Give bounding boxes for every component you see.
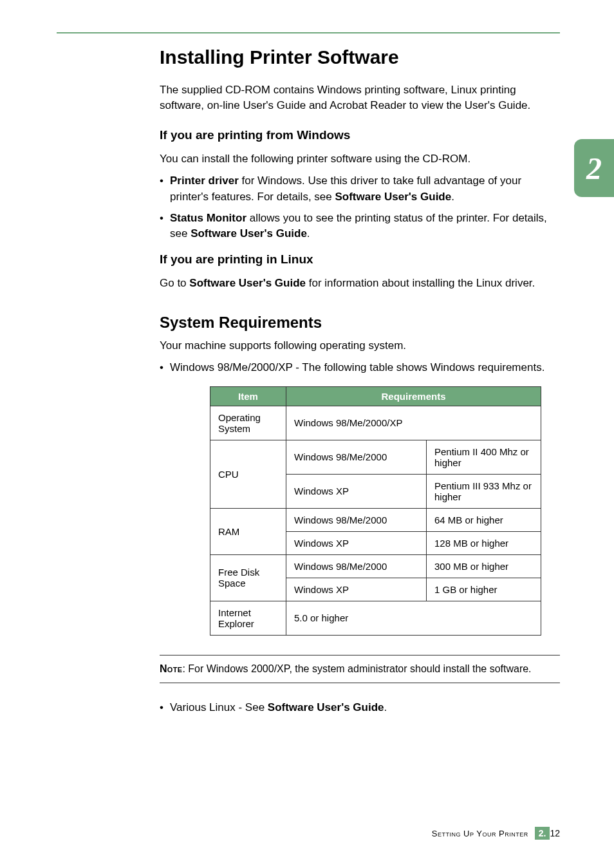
table-row: RAM Windows 98/Me/2000 64 MB or higher [210, 508, 541, 531]
list-item: Status Monitor allows you to see the pri… [160, 211, 560, 242]
linux-paragraph: Go to Software User's Guide for informat… [160, 276, 560, 292]
cell-item: RAM [210, 508, 286, 554]
cell-item: Operating System [210, 406, 286, 440]
table-row: Free Disk Space Windows 98/Me/2000 300 M… [210, 554, 541, 578]
bullet-text: . [307, 227, 310, 240]
note-text: : For Windows 2000/XP, the system admini… [182, 663, 531, 674]
text: Go to [160, 277, 189, 289]
note-block: Note: For Windows 2000/XP, the system ad… [160, 655, 560, 683]
cell-os: Windows XP [286, 474, 427, 508]
table-row: Internet Explorer 5.0 or higher [210, 601, 541, 635]
bullet-bold: Software User's Guide [191, 227, 307, 240]
windows-paragraph: You can install the following printer so… [160, 151, 560, 167]
cell-os: Windows 98/Me/2000 [286, 508, 427, 531]
cell-value: 300 MB or higher [427, 554, 541, 578]
cell-os: Windows 98/Me/2000 [286, 554, 427, 578]
cell-os: Windows 98/Me/2000 [286, 440, 427, 474]
requirements-table: Item Requirements Operating System Windo… [210, 386, 541, 636]
linux-subheading: If you are printing in Linux [160, 252, 560, 267]
windows-bullet-list: Printer driver for Windows. Use this dri… [160, 173, 560, 242]
requirements-paragraph: Your machine supports following operatin… [160, 338, 560, 354]
page-title: Installing Printer Software [160, 45, 560, 70]
requirements-heading: System Requirements [160, 314, 560, 332]
text: Various Linux - See [170, 701, 268, 713]
cell-os: Windows XP [286, 531, 427, 554]
table-row: CPU Windows 98/Me/2000 Pentium II 400 Mh… [210, 440, 541, 474]
cell-value: 1 GB or higher [427, 578, 541, 601]
requirements-bullet-list: Windows 98/Me/2000/XP - The following ta… [160, 360, 560, 376]
list-item: Printer driver for Windows. Use this dri… [160, 173, 560, 205]
chapter-number: 2 [586, 151, 602, 186]
list-item: Windows 98/Me/2000/XP - The following ta… [160, 360, 560, 376]
note-label: Note [160, 663, 182, 674]
page-content: Installing Printer Software The supplied… [0, 33, 614, 716]
chapter-tab: 2 [574, 139, 614, 197]
page-number: 12 [550, 828, 560, 838]
linux-bullet-list: Various Linux - See Software User's Guid… [160, 700, 560, 716]
cell-item: Free Disk Space [210, 554, 286, 601]
cell-value: 64 MB or higher [427, 508, 541, 531]
bold-text: Software User's Guide [189, 277, 306, 289]
cell-value: Pentium II 400 Mhz or higher [427, 440, 541, 474]
text: for information about installing the Lin… [306, 277, 535, 289]
table-header-item: Item [210, 386, 286, 406]
cell-item: Internet Explorer [210, 601, 286, 635]
bullet-bold: Software User's Guide [335, 191, 451, 203]
table-row: Operating System Windows 98/Me/2000/XP [210, 406, 541, 440]
cell-value: Pentium III 933 Mhz or higher [427, 474, 541, 508]
intro-paragraph: The supplied CD-ROM contains Windows pri… [160, 82, 560, 114]
page-footer: Setting Up Your Printer 2.12 [432, 828, 560, 838]
footer-section-title: Setting Up Your Printer [432, 829, 528, 838]
windows-subheading: If you are printing from Windows [160, 128, 560, 142]
bullet-bold: Printer driver [170, 175, 239, 187]
cell-item: CPU [210, 440, 286, 508]
table-header-requirements: Requirements [286, 386, 541, 406]
cell-os: Windows XP [286, 578, 427, 601]
page-indicator: 2.12 [535, 828, 560, 838]
bullet-bold: Status Monitor [170, 212, 247, 224]
cell-value: Windows 98/Me/2000/XP [286, 406, 541, 440]
bullet-text: . [451, 191, 454, 203]
text: . [384, 701, 387, 713]
cell-value: 5.0 or higher [286, 601, 541, 635]
cell-value: 128 MB or higher [427, 531, 541, 554]
top-rule [57, 0, 560, 33]
bold-text: Software User's Guide [268, 701, 384, 713]
list-item: Various Linux - See Software User's Guid… [160, 700, 560, 716]
chapter-badge: 2. [535, 827, 550, 840]
